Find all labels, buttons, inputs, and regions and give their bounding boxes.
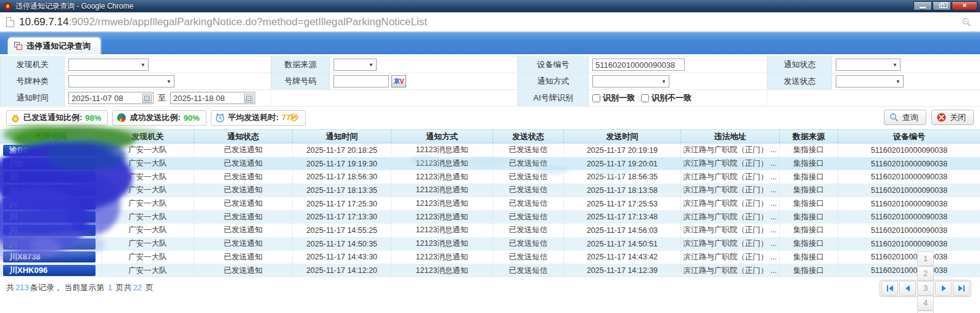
plate-no-input[interactable] <box>333 75 389 87</box>
stat-success-ratio: 成功发送比例: 90% <box>112 110 206 126</box>
cell-notice_method: 12123消息通知 <box>391 170 493 184</box>
chevron-down-icon: ▼ <box>141 62 145 68</box>
send-status-select[interactable]: ▼ <box>836 75 904 87</box>
cell-plate: 川 <box>0 170 102 184</box>
license-plate-chip: 渝BC <box>3 145 96 156</box>
cell-address: 滨江路与广职院（正门） ... <box>681 224 780 237</box>
column-header: 违法地址 <box>681 130 780 143</box>
cell-plate: 川 <box>0 210 102 224</box>
last-page-button[interactable] <box>953 281 970 296</box>
page-button-3[interactable]: 3 <box>917 281 934 296</box>
search-icon <box>889 113 899 122</box>
chevron-down-icon: ▼ <box>896 79 900 84</box>
close-window-button[interactable]: ✕ <box>952 1 978 10</box>
chevron-down-icon: ▼ <box>369 62 374 68</box>
cell-device: 511602010000090038 <box>838 197 980 211</box>
notice-time-from-field[interactable]: 2025-11-07 08 <box>68 92 153 104</box>
stat-label: 已发送通知比例: <box>23 112 82 123</box>
calendar-button[interactable] <box>142 94 152 103</box>
page-button-2[interactable]: 2 <box>917 266 934 281</box>
total-pages: 22 <box>132 283 143 292</box>
prev-page-button[interactable] <box>899 281 916 296</box>
table-row[interactable]: 川XHK096广安一大队已发送通知2025-11-17 14:12:201212… <box>0 264 980 277</box>
notice-status-select[interactable]: ▼ <box>836 59 900 71</box>
url-path: :9092/rmweb/appIllegalParkingNotice.do?m… <box>68 16 427 28</box>
cell-send_status: 已发送短信 <box>493 197 564 211</box>
address-bar[interactable]: 10.69.7.14:9092/rmweb/appIllegalParkingN… <box>0 12 980 32</box>
minimize-button[interactable] <box>913 1 932 10</box>
table-row[interactable]: 川广安一大队已发送通知2025-11-17 18:56:3012123消息通知已… <box>0 170 980 184</box>
discover-agency-select[interactable]: ▼ <box>68 59 149 71</box>
cell-device: 511602010000090038 <box>838 264 980 277</box>
table-row[interactable]: 川广安一大队已发送通知2025-11-17 18:13:3512123消息通知已… <box>0 184 980 197</box>
cell-plate: 渝BC <box>0 144 102 157</box>
column-header: 通知方式 <box>391 130 493 143</box>
notice-time-to-field[interactable]: 2025-11-18 08 <box>170 92 255 104</box>
plate-keyboard-button[interactable]: 京V <box>391 75 406 87</box>
ai-mismatch-checkbox[interactable] <box>641 94 649 102</box>
table-row[interactable]: 川D广安一大队已发送通知2025-11-17 19:19:3012123消息通知… <box>0 157 980 171</box>
table-row[interactable]: 川广安一大队已发送通知2025-11-17 17:13:3012123消息通知已… <box>0 210 980 224</box>
tab-illegal-parking-query[interactable]: 违停通知记录查询 <box>7 37 101 54</box>
table-row[interactable]: 川广安一大队已发送通知2025-11-17 17:25:3012123消息通知已… <box>0 197 980 211</box>
cell-send_status: 已发送短信 <box>493 157 564 171</box>
plate-picker-blue-glyph: 京 <box>394 77 400 86</box>
pie-chart-icon <box>116 113 126 123</box>
cell-address: 滨江路与广职院（正门） ... <box>681 157 780 171</box>
table-row[interactable]: 川广安一大队已发送通知2025-11-17 14:50:3512123消息通知已… <box>0 237 980 251</box>
plate-type-select[interactable]: ▼ <box>68 75 174 87</box>
page-button-5[interactable]: 5 <box>917 311 934 313</box>
cell-agency: 广安一大队 <box>102 251 194 264</box>
device-no-input[interactable] <box>592 59 685 71</box>
table-header: 号牌号码发现机关通知状态通知时间通知方式发送状态发送时间违法地址数据来源设备编号 <box>0 129 980 144</box>
cell-notice_time: 2025-11-17 14:50:35 <box>293 237 391 251</box>
cell-send_status: 已发送短信 <box>493 224 564 237</box>
cell-agency: 广安一大队 <box>102 210 194 224</box>
cell-device: 511602010000090038 <box>838 157 980 171</box>
table-row[interactable]: 渝BC广安一大队已发送通知2025-11-17 20:18:2512123消息通… <box>0 144 980 157</box>
cell-send_status: 已发送短信 <box>493 170 564 184</box>
table-row[interactable]: 川广安一大队已发送通知2025-11-17 14:55:2512123消息通知已… <box>0 224 980 237</box>
minimize-icon <box>920 7 926 9</box>
url-host: 10.69.7.14 <box>19 16 68 28</box>
cell-send_status: 已发送短信 <box>493 144 564 157</box>
zoom-out-icon[interactable] <box>962 17 971 27</box>
url-text[interactable]: 10.69.7.14:9092/rmweb/appIllegalParkingN… <box>19 16 427 28</box>
cell-address: 滨江路与广职院（正门） ... <box>681 251 780 264</box>
data-source-select[interactable]: ▼ <box>333 59 377 71</box>
cell-notice_status: 已发送通知 <box>194 224 293 237</box>
tab-label: 违停通知记录查询 <box>27 41 91 52</box>
column-header: 通知时间 <box>293 130 391 143</box>
cell-notice_status: 已发送通知 <box>194 251 293 264</box>
cell-notice_status: 已发送通知 <box>194 210 293 224</box>
column-header: 发现机关 <box>102 130 194 143</box>
table-row[interactable]: 川X8738广安一大队已发送通知2025-11-17 14:43:3012123… <box>0 251 980 264</box>
page-button-1[interactable]: 1 <box>917 251 934 266</box>
page-button-4[interactable]: 4 <box>917 296 934 311</box>
column-header: 号牌号码 <box>0 130 102 143</box>
ai-match-checkbox[interactable] <box>592 94 600 102</box>
cell-source: 集指接口 <box>780 251 838 264</box>
first-page-button[interactable] <box>881 281 898 296</box>
query-button[interactable]: 查询 <box>884 110 926 125</box>
notice-method-select[interactable]: ▼ <box>592 75 669 87</box>
cell-send_time: 2025-11-17 17:13:48 <box>564 210 681 224</box>
calendar-button[interactable] <box>244 94 253 103</box>
close-button[interactable]: 关闭 <box>931 110 974 125</box>
cell-notice_method: 12123消息通知 <box>391 157 493 171</box>
cell-notice_status: 已发送通知 <box>194 264 293 277</box>
tab-strip: 违停通知记录查询 <box>0 32 980 54</box>
next-page-button[interactable] <box>935 281 952 296</box>
license-plate-chip: 川 <box>3 225 96 236</box>
chevron-down-icon: ▼ <box>166 79 171 84</box>
cell-notice_status: 已发送通知 <box>194 237 293 251</box>
license-plate-chip: 川 <box>3 171 96 182</box>
cell-agency: 广安一大队 <box>102 197 194 211</box>
cell-plate: 川 <box>0 197 102 211</box>
cell-address: 滨江路与广职院（正门） ... <box>681 170 780 184</box>
cell-plate: 川 <box>0 224 102 237</box>
restore-button[interactable] <box>933 1 951 10</box>
cell-notice_status: 已发送通知 <box>194 157 293 171</box>
cell-notice_time: 2025-11-17 17:25:30 <box>293 197 391 211</box>
cell-notice_method: 12123消息通知 <box>391 210 493 224</box>
